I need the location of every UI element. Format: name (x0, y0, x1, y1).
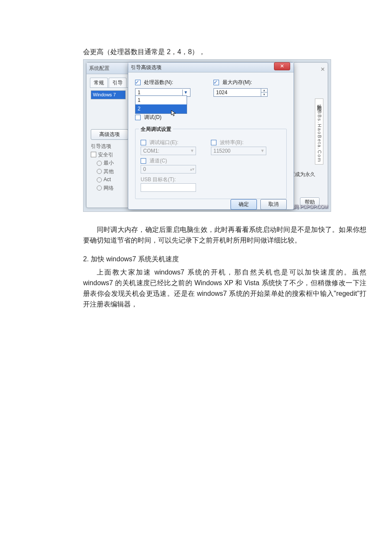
channel-spinner: 0▴▾ (141, 165, 196, 173)
processor-option-1[interactable]: 1 (135, 96, 187, 105)
advanced-options-button[interactable]: 高级选项 (91, 129, 128, 140)
spinner-down-icon[interactable]: ▼ (261, 92, 267, 96)
chevron-down-icon: ▼ (182, 90, 189, 95)
watermark-vertical: 畅想论坛 · BBs.HaoBeta.Com (315, 98, 323, 165)
cursor-icon (171, 110, 178, 119)
debug-port-checkbox (141, 140, 146, 145)
ok-button[interactable]: 确定 (231, 199, 257, 210)
safeboot-label: 安全引 (98, 151, 113, 159)
debug-label: 调试(D) (144, 113, 161, 121)
close-icon[interactable]: ✕ (320, 65, 325, 74)
radio-other[interactable] (97, 169, 102, 174)
maxmem-checkbox[interactable] (213, 80, 219, 85)
global-debug-legend: 全局调试设置 (139, 125, 173, 133)
processor-option-2[interactable]: 2 (135, 104, 187, 113)
section-2-heading: 2. 加快 windows7 系统关机速度 (83, 254, 366, 265)
secondary-window: ✕ 畅想论坛 · BBs.HaoBeta.Com (293, 62, 328, 208)
maxmem-spinner[interactable]: 1024 ▲ ▼ (213, 88, 268, 97)
processor-column: 处理器数(N): 1 ▼ (135, 78, 203, 97)
usb-target-input (141, 183, 196, 192)
boot-entry-selected[interactable]: Windows 7 (91, 91, 125, 99)
usb-target-label: USB 目标名(T): (141, 176, 176, 184)
tab-boot[interactable]: 引导 (109, 78, 127, 88)
debug-checkbox[interactable] (135, 115, 141, 120)
boot-entry-list[interactable]: Windows 7 (91, 90, 126, 99)
debug-port-select: COM1:▼ (141, 147, 196, 155)
dialog-close-button[interactable]: ✕ (274, 62, 290, 70)
dialog-titlebar: 引导高级选项 (128, 63, 294, 72)
dialog-title: 引导高级选项 (131, 64, 161, 72)
tab-general[interactable]: 常规 (90, 78, 108, 88)
processor-count-checkbox[interactable] (135, 80, 141, 85)
maxmem-value: 1024 (216, 89, 228, 97)
channel-label: 通道(C) (150, 157, 167, 165)
paragraph-2: 上面教大家加速 windows7 系统的开机，那自然关机也是可以加快速度的。虽然… (83, 267, 366, 309)
cancel-button[interactable]: 取消 (260, 199, 287, 210)
sysconfig-title: 系统配置 (89, 64, 110, 72)
boot-advanced-dialog: 引导高级选项 ✕ 处理器数(N): 1 ▼ 1 2 (128, 62, 294, 210)
intro-line: 会更高（处理器数目通常是 2，4，8）， (83, 47, 366, 58)
debug-port-label: 调试端口(E): (150, 139, 178, 147)
baud-select: 115200▼ (211, 147, 266, 155)
radio-active[interactable] (97, 177, 102, 182)
processor-dropdown-list[interactable]: 1 2 (135, 95, 187, 114)
processor-count-label: 处理器数(N): (144, 78, 173, 87)
baud-checkbox (211, 140, 216, 145)
safeboot-checkbox[interactable] (91, 152, 96, 157)
paragraph-1: 同时调大内存，确定后重启电脑生效，此时再看看系统启动时间是不是加快了。如果你想要… (83, 225, 366, 246)
maxmem-label: 最大内存(M): (222, 78, 252, 87)
radio-network[interactable] (97, 185, 102, 191)
radio-minimal[interactable] (97, 161, 102, 166)
channel-checkbox (141, 158, 146, 164)
global-debug-group: 全局调试设置 调试端口(E): COM1:▼ 波特率(B): 115200▼ (135, 129, 287, 199)
baud-label: 波特率(B): (220, 139, 243, 147)
maxmem-column: 最大内存(M): 1024 ▲ ▼ (213, 78, 282, 97)
screenshot-boot-advanced: 系统配置 常规 引导 Windows 7 高级选项 引导选项 安全引 最小 其他… (83, 59, 331, 212)
